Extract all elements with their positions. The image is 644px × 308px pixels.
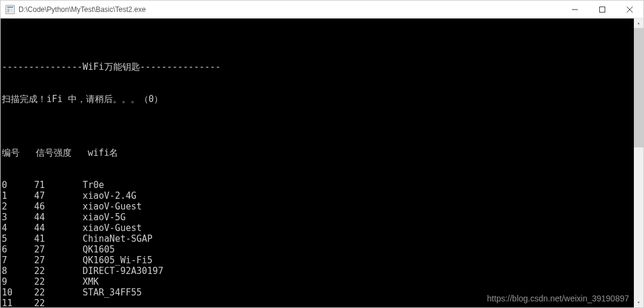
table-row: 8 22 DIRECT-92A30197	[2, 266, 642, 276]
table-row: 3 44 xiaoV-5G	[2, 212, 642, 223]
table-row: 4 44 xiaoV-Guest	[2, 223, 642, 233]
window: D:\Code\Python\MyTest\Basic\Test2.exe --…	[0, 0, 644, 308]
table-row: 1 47 xiaoV-2.4G	[2, 190, 642, 201]
scroll-down-button[interactable]: ▾	[634, 298, 643, 307]
maximize-button[interactable]	[589, 1, 616, 18]
window-title: D:\Code\Python\MyTest\Basic\Test2.exe	[18, 5, 561, 14]
minimize-button[interactable]	[561, 1, 589, 18]
console-content: ---------------WiFi万能钥匙--------------- 扫…	[1, 40, 643, 307]
console-line: ---------------WiFi万能钥匙---------------	[2, 61, 642, 72]
svg-rect-5	[600, 7, 605, 12]
app-icon	[5, 5, 15, 14]
watermark: https://blog.csdn.net/weixin_39190897	[487, 293, 629, 304]
table-row: 2 46 xiaoV-Guest	[2, 201, 642, 212]
table-row: 6 27 QK1605	[2, 244, 642, 255]
console-line: 扫描完成！iFi 中，请稍后。。。（0）	[2, 94, 642, 104]
table-row: 5 41 ChinaNet-SGAP	[2, 233, 642, 244]
close-button[interactable]	[616, 1, 643, 18]
titlebar[interactable]: D:\Code\Python\MyTest\Basic\Test2.exe	[1, 1, 643, 19]
scrollbar[interactable]: ▴ ▾	[634, 19, 643, 307]
scrollbar-thumb[interactable]	[634, 28, 643, 147]
table-row: 9 22 XMK	[2, 276, 642, 287]
table-header: 编号 信号强度 wifi名	[2, 147, 642, 158]
console[interactable]: ---------------WiFi万能钥匙--------------- 扫…	[1, 19, 643, 307]
svg-rect-1	[7, 7, 13, 8]
table-row: 7 27 QK1605_Wi-Fi5	[2, 255, 642, 266]
svg-rect-3	[10, 8, 13, 13]
table-row: 0 71 Tr0e	[2, 180, 642, 190]
svg-rect-2	[7, 8, 10, 13]
window-controls	[561, 1, 643, 18]
scroll-up-button[interactable]: ▴	[634, 19, 643, 28]
